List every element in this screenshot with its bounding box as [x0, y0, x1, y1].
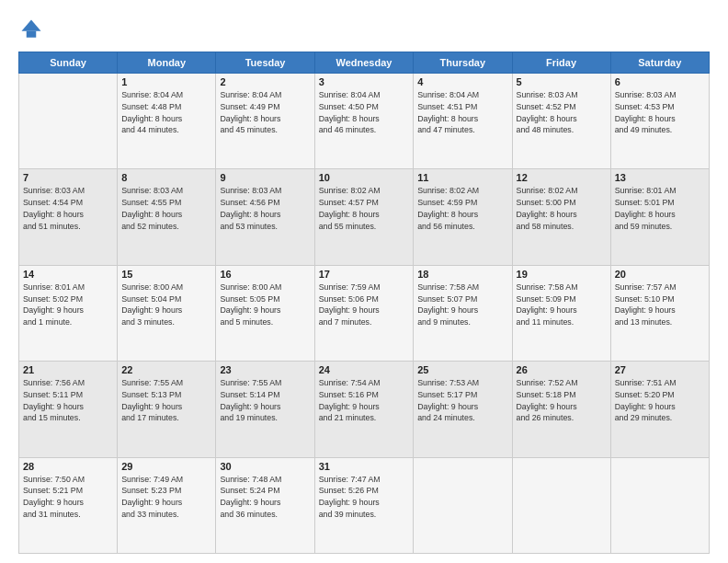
day-number: 23	[220, 364, 310, 375]
day-cell: 20Sunrise: 7:57 AM Sunset: 5:10 PM Dayli…	[610, 265, 709, 361]
day-info: Sunrise: 8:04 AM Sunset: 4:49 PM Dayligh…	[220, 89, 310, 136]
day-info: Sunrise: 8:01 AM Sunset: 5:01 PM Dayligh…	[615, 185, 705, 232]
day-cell: 17Sunrise: 7:59 AM Sunset: 5:06 PM Dayli…	[314, 265, 413, 361]
day-cell: 2Sunrise: 8:04 AM Sunset: 4:49 PM Daylig…	[216, 74, 314, 169]
col-tuesday: Tuesday	[216, 52, 314, 74]
day-number: 2	[220, 76, 310, 87]
day-cell	[512, 457, 610, 553]
day-info: Sunrise: 8:03 AM Sunset: 4:52 PM Dayligh…	[517, 89, 607, 136]
logo	[18, 17, 48, 42]
day-info: Sunrise: 8:00 AM Sunset: 5:04 PM Dayligh…	[121, 282, 211, 328]
day-number: 13	[615, 172, 705, 183]
day-info: Sunrise: 8:03 AM Sunset: 4:56 PM Dayligh…	[220, 185, 310, 232]
day-cell: 5Sunrise: 8:03 AM Sunset: 4:52 PM Daylig…	[512, 74, 610, 169]
day-cell: 13Sunrise: 8:01 AM Sunset: 5:01 PM Dayli…	[610, 169, 709, 265]
day-cell: 24Sunrise: 7:54 AM Sunset: 5:16 PM Dayli…	[314, 362, 413, 457]
day-info: Sunrise: 7:50 AM Sunset: 5:21 PM Dayligh…	[23, 474, 113, 521]
day-info: Sunrise: 7:56 AM Sunset: 5:11 PM Dayligh…	[23, 377, 113, 424]
day-info: Sunrise: 8:02 AM Sunset: 4:57 PM Dayligh…	[319, 185, 409, 232]
day-info: Sunrise: 7:54 AM Sunset: 5:16 PM Dayligh…	[319, 377, 409, 424]
week-row-1: 7Sunrise: 8:03 AM Sunset: 4:54 PM Daylig…	[19, 169, 710, 265]
day-info: Sunrise: 7:55 AM Sunset: 5:13 PM Dayligh…	[121, 377, 211, 424]
day-number: 15	[121, 269, 211, 280]
svg-marker-0	[22, 20, 41, 31]
day-info: Sunrise: 8:03 AM Sunset: 4:54 PM Dayligh…	[23, 185, 113, 232]
day-number: 27	[615, 364, 705, 375]
col-wednesday: Wednesday	[314, 52, 413, 74]
day-info: Sunrise: 7:59 AM Sunset: 5:06 PM Dayligh…	[319, 282, 409, 328]
day-cell: 14Sunrise: 8:01 AM Sunset: 5:02 PM Dayli…	[19, 265, 118, 361]
day-cell: 25Sunrise: 7:53 AM Sunset: 5:17 PM Dayli…	[414, 362, 512, 457]
col-sunday: Sunday	[19, 52, 118, 74]
week-row-0: 1Sunrise: 8:04 AM Sunset: 4:48 PM Daylig…	[19, 74, 710, 169]
day-cell	[414, 457, 512, 553]
day-info: Sunrise: 7:53 AM Sunset: 5:17 PM Dayligh…	[417, 377, 507, 424]
day-info: Sunrise: 8:02 AM Sunset: 5:00 PM Dayligh…	[517, 185, 607, 232]
day-cell: 29Sunrise: 7:49 AM Sunset: 5:23 PM Dayli…	[118, 457, 216, 553]
day-number: 8	[121, 172, 211, 183]
header-row: SundayMondayTuesdayWednesdayThursdayFrid…	[19, 52, 710, 74]
day-number: 1	[121, 76, 211, 87]
page: SundayMondayTuesdayWednesdayThursdayFrid…	[0, 0, 728, 563]
day-number: 19	[517, 269, 607, 280]
calendar: SundayMondayTuesdayWednesdayThursdayFrid…	[18, 52, 710, 554]
day-cell: 10Sunrise: 8:02 AM Sunset: 4:57 PM Dayli…	[314, 169, 413, 265]
col-thursday: Thursday	[414, 52, 512, 74]
day-cell: 22Sunrise: 7:55 AM Sunset: 5:13 PM Dayli…	[118, 362, 216, 457]
day-number: 24	[319, 364, 409, 375]
day-info: Sunrise: 8:02 AM Sunset: 4:59 PM Dayligh…	[417, 185, 507, 232]
day-info: Sunrise: 7:47 AM Sunset: 5:26 PM Dayligh…	[319, 474, 409, 521]
day-info: Sunrise: 8:03 AM Sunset: 4:55 PM Dayligh…	[121, 185, 211, 232]
day-cell: 19Sunrise: 7:58 AM Sunset: 5:09 PM Dayli…	[512, 265, 610, 361]
day-number: 6	[615, 76, 705, 87]
week-row-4: 28Sunrise: 7:50 AM Sunset: 5:21 PM Dayli…	[19, 457, 710, 553]
day-cell: 6Sunrise: 8:03 AM Sunset: 4:53 PM Daylig…	[610, 74, 709, 169]
day-cell: 21Sunrise: 7:56 AM Sunset: 5:11 PM Dayli…	[19, 362, 118, 457]
day-info: Sunrise: 8:01 AM Sunset: 5:02 PM Dayligh…	[23, 282, 113, 328]
day-cell	[19, 74, 118, 169]
day-cell: 18Sunrise: 7:58 AM Sunset: 5:07 PM Dayli…	[414, 265, 512, 361]
day-number: 4	[417, 76, 507, 87]
day-number: 30	[220, 461, 310, 472]
col-friday: Friday	[512, 52, 610, 74]
day-info: Sunrise: 7:52 AM Sunset: 5:18 PM Dayligh…	[517, 377, 607, 424]
calendar-header: SundayMondayTuesdayWednesdayThursdayFrid…	[19, 52, 710, 74]
day-cell: 27Sunrise: 7:51 AM Sunset: 5:20 PM Dayli…	[610, 362, 709, 457]
col-monday: Monday	[118, 52, 216, 74]
day-number: 26	[517, 364, 607, 375]
day-number: 17	[319, 269, 409, 280]
day-number: 20	[615, 269, 705, 280]
day-cell: 4Sunrise: 8:04 AM Sunset: 4:51 PM Daylig…	[414, 74, 512, 169]
day-cell: 1Sunrise: 8:04 AM Sunset: 4:48 PM Daylig…	[118, 74, 216, 169]
day-number: 10	[319, 172, 409, 183]
day-cell: 7Sunrise: 8:03 AM Sunset: 4:54 PM Daylig…	[19, 169, 118, 265]
day-cell: 15Sunrise: 8:00 AM Sunset: 5:04 PM Dayli…	[118, 265, 216, 361]
header	[18, 17, 710, 42]
day-number: 29	[121, 461, 211, 472]
day-number: 16	[220, 269, 310, 280]
col-saturday: Saturday	[610, 52, 709, 74]
day-cell: 23Sunrise: 7:55 AM Sunset: 5:14 PM Dayli…	[216, 362, 314, 457]
day-cell: 12Sunrise: 8:02 AM Sunset: 5:00 PM Dayli…	[512, 169, 610, 265]
day-info: Sunrise: 7:58 AM Sunset: 5:09 PM Dayligh…	[517, 282, 607, 328]
day-number: 25	[417, 364, 507, 375]
day-number: 12	[517, 172, 607, 183]
day-cell	[610, 457, 709, 553]
calendar-body: 1Sunrise: 8:04 AM Sunset: 4:48 PM Daylig…	[19, 74, 710, 554]
day-info: Sunrise: 7:55 AM Sunset: 5:14 PM Dayligh…	[220, 377, 310, 424]
day-number: 22	[121, 364, 211, 375]
day-cell: 11Sunrise: 8:02 AM Sunset: 4:59 PM Dayli…	[414, 169, 512, 265]
day-cell: 3Sunrise: 8:04 AM Sunset: 4:50 PM Daylig…	[314, 74, 413, 169]
day-info: Sunrise: 8:00 AM Sunset: 5:05 PM Dayligh…	[220, 282, 310, 328]
day-number: 11	[417, 172, 507, 183]
day-info: Sunrise: 7:58 AM Sunset: 5:07 PM Dayligh…	[417, 282, 507, 328]
svg-rect-1	[27, 31, 37, 38]
day-cell: 28Sunrise: 7:50 AM Sunset: 5:21 PM Dayli…	[19, 457, 118, 553]
day-info: Sunrise: 7:57 AM Sunset: 5:10 PM Dayligh…	[615, 282, 705, 328]
day-number: 5	[517, 76, 607, 87]
day-number: 9	[220, 172, 310, 183]
day-info: Sunrise: 8:03 AM Sunset: 4:53 PM Dayligh…	[615, 89, 705, 136]
day-cell: 31Sunrise: 7:47 AM Sunset: 5:26 PM Dayli…	[314, 457, 413, 553]
day-number: 28	[23, 461, 113, 472]
week-row-2: 14Sunrise: 8:01 AM Sunset: 5:02 PM Dayli…	[19, 265, 710, 361]
